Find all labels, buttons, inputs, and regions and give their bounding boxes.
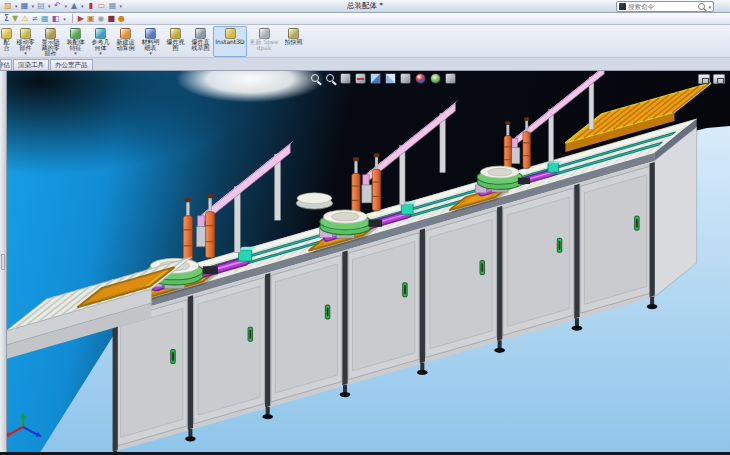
rebuild-icon[interactable]: ▮ [86,1,96,11]
exploded-view-icon [170,28,181,39]
button-label: 新建运动算例 [114,39,137,51]
menu-caret-icon[interactable]: ▾ [149,51,152,55]
appearance-icon-caret[interactable]: ▾ [63,16,66,22]
new-motion-study-button[interactable]: 新建运动算例 [113,26,138,57]
show-hidden-components-button[interactable]: 显示隐藏的零部件 [38,26,63,57]
move-component-button[interactable]: 移动零部件▾ [13,26,38,57]
command-manager-tabs: 评估渲染工具办公室产品 [0,58,730,71]
quick-access-toolbar: ▨▾▦▾▤▾↶▾▲▾▮▭▦▾ [0,1,123,11]
previous-view-icon[interactable] [340,73,351,84]
undo-icon[interactable]: ↶ [53,1,63,11]
simulation-icon[interactable]: ▣ [87,13,95,24]
explode-line-sketch-button[interactable]: 爆炸直线草图 [188,26,213,57]
command-manager-ribbon: 配合移动零部件▾显示隐藏的零部件装配体特征▾参考几何体▾新建运动算例材料明细表▾… [0,25,730,58]
search-input[interactable] [628,3,696,11]
view-orientation-icon[interactable] [370,73,381,84]
search-dropdown-icon[interactable]: ▾ [708,4,711,10]
menu-caret-icon[interactable]: ▾ [99,51,102,55]
select-icon[interactable]: ▲ [69,1,79,11]
mate-icon [1,28,12,39]
graphics-area[interactable] [0,71,730,452]
update-speedpak-button[interactable]: 更新 Speedpak [247,26,281,57]
warning-icon[interactable]: ⚠ [21,13,28,24]
title-bar: ▨▾▦▾▤▾↶▾▲▾▮▭▦▾ 总装配体 * ▾ [0,0,730,13]
hide-show-items-icon[interactable] [400,73,411,84]
zoom-area-icon[interactable] [325,73,336,84]
document-window-buttons [698,74,725,84]
motion-study-icon[interactable]: ▶ [78,13,84,24]
move-component-icon [20,28,31,39]
zoom-fit-icon[interactable] [310,73,321,84]
toolbar-separator [72,14,73,23]
solidworks-logo-icon [619,3,626,10]
select-icon-caret[interactable]: ▾ [81,3,84,9]
tools-toolbar: Σ▼⚠≠▦◧▾▶▣◉■● [0,13,730,25]
open-icon-caret[interactable]: ▾ [15,3,18,9]
options-icon-caret[interactable]: ▾ [120,3,123,9]
explode-line-sketch-icon [195,28,206,39]
show-hidden-components-icon [45,28,56,39]
interference-check-icon[interactable]: ▼ [12,13,18,24]
undo-icon-caret[interactable]: ▾ [65,3,68,9]
assembly-features-button[interactable]: 装配体特征▾ [63,26,88,57]
view-settings-icon[interactable] [445,73,456,84]
update-speedpak-icon [259,28,270,39]
restore-doc-window-button[interactable] [698,74,710,84]
menu-caret-icon[interactable]: ▾ [24,51,27,55]
reference-geometry-icon [95,28,106,39]
reference-geometry-button[interactable]: 参考几何体▾ [88,26,113,57]
bill-of-materials-icon [145,28,156,39]
new-motion-study-icon [120,28,131,39]
button-label: 更新 Speedpak [248,39,280,51]
bill-of-materials-button[interactable]: 材料明细表▾ [138,26,163,57]
apply-scene-icon[interactable] [430,73,441,84]
instant3d-button[interactable]: Instant3D [213,26,247,57]
display-style-icon[interactable] [385,73,396,84]
button-label: 爆炸视图 [164,39,187,51]
assembly-3d-model[interactable] [0,71,730,452]
toolbox-icon[interactable]: ■ [107,13,115,24]
options-icon[interactable]: ▦ [108,1,118,11]
equations-icon[interactable]: Σ [4,13,9,24]
tab-office-products[interactable]: 办公室产品 [50,59,93,70]
heads-up-view-toolbar [310,73,456,84]
section-view-icon[interactable] [355,73,366,84]
mass-properties-icon[interactable]: ▦ [41,13,49,24]
exploded-view-button[interactable]: 爆炸视图 [163,26,188,57]
edit-appearance-icon[interactable] [415,73,426,84]
command-search[interactable]: ▾ [616,1,714,12]
open-icon[interactable]: ▨ [3,1,13,11]
mate-button[interactable]: 配合 [0,26,13,57]
take-snapshot-button[interactable]: 拍快照 [281,26,306,57]
measure-icon[interactable]: ≠ [31,13,38,24]
featuremanager-collapsed-panel[interactable] [0,71,7,452]
button-label: 显示隐藏的零部件 [39,39,62,56]
button-label: 拍快照 [285,39,303,45]
scene-icon[interactable]: ● [118,13,125,24]
button-label: Instant3D [215,39,244,45]
orientation-triad [2,412,44,446]
file-properties-icon[interactable]: ▭ [97,1,107,11]
render-icon[interactable]: ◉ [97,13,104,24]
search-icon[interactable] [698,3,706,11]
print-icon-caret[interactable]: ▾ [48,3,51,9]
print-icon[interactable]: ▤ [36,1,46,11]
instant3d-icon [225,28,236,39]
save-icon-caret[interactable]: ▾ [32,3,35,9]
tab-evaluate[interactable]: 评估 [0,59,12,70]
solidworks-window: ▨▾▦▾▤▾↶▾▲▾▮▭▦▾ 总装配体 * ▾ Σ▼⚠≠▦◧▾▶▣◉■● 配合移… [0,0,730,455]
panel-splitter-handle[interactable] [1,254,5,270]
take-snapshot-icon [288,28,299,39]
appearance-icon[interactable]: ◧ [52,13,60,24]
save-icon[interactable]: ▦ [20,1,30,11]
assembly-features-icon [70,28,81,39]
maximize-doc-window-button[interactable] [713,74,725,84]
button-label: 爆炸直线草图 [189,39,212,51]
button-label: 配合 [1,39,12,51]
menu-caret-icon[interactable]: ▾ [74,51,77,55]
tab-render-tools[interactable]: 渲染工具 [13,59,49,70]
